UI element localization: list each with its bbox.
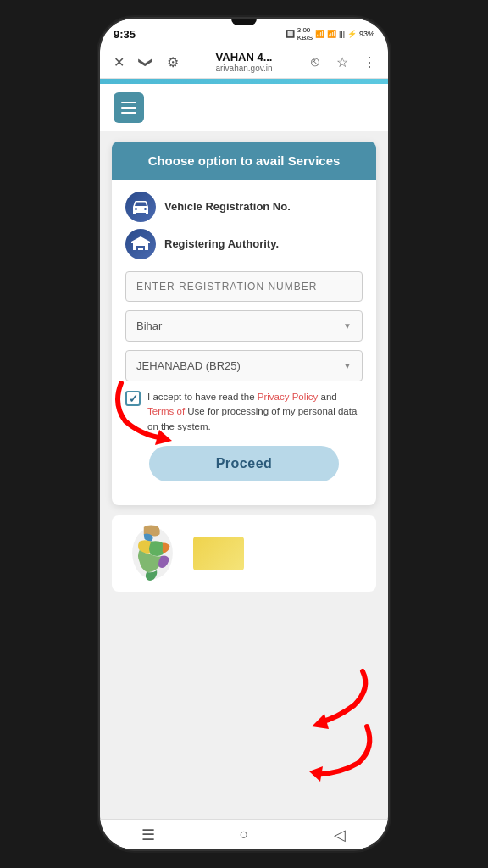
status-icons: 🔲 3.00KB/S 📶 📶 ||| ⚡ 93% xyxy=(286,26,374,42)
checkbox-check-icon: ✓ xyxy=(129,392,138,405)
vehicle-icon xyxy=(125,192,156,222)
menu-bar-1 xyxy=(121,102,136,103)
network-icon: 🔲 xyxy=(286,30,295,38)
tabs-button[interactable]: ⚙ xyxy=(163,54,183,70)
terms-checkbox-area: ✓ I accept to have read the Privacy Poli… xyxy=(125,390,363,434)
menu-bar-3 xyxy=(121,112,136,114)
terms-link[interactable]: Terms of xyxy=(147,406,185,416)
down-button[interactable]: ❯ xyxy=(138,52,154,72)
bottom-nav: ☰ ○ ◁ xyxy=(100,819,388,849)
phone-screen: 9:35 🔲 3.00KB/S 📶 📶 ||| ⚡ 93% ✕ ❯ ⚙ VAHA… xyxy=(100,19,388,849)
card-body: Vehicle Registration No. Registering Aut… xyxy=(112,180,376,505)
close-button[interactable]: ✕ xyxy=(108,54,129,70)
menu-bar-2 xyxy=(121,107,136,108)
bookmark-button[interactable]: ☆ xyxy=(332,54,352,70)
phone-frame: 9:35 🔲 3.00KB/S 📶 📶 ||| ⚡ 93% ✕ ❯ ⚙ VAHA… xyxy=(100,19,388,849)
wifi-icon: 📶 xyxy=(315,30,324,38)
district-dropdown-arrow: ▼ xyxy=(343,361,352,370)
hamburger-menu-button[interactable] xyxy=(114,92,144,123)
options-list: Vehicle Registration No. Registering Aut… xyxy=(125,192,363,259)
card-header-title: Choose option to avail Services xyxy=(125,153,363,168)
terms-text: I accept to have read the Privacy Policy… xyxy=(147,390,363,434)
map-section xyxy=(112,515,376,592)
card-header: Choose option to avail Services xyxy=(112,142,376,180)
authority-icon xyxy=(125,229,156,259)
browser-bar: ✕ ❯ ⚙ VAHAN 4... arivahan.gov.in ⎋ ☆ ⋮ xyxy=(100,46,388,79)
battery-icon: ⚡ xyxy=(347,30,357,38)
privacy-policy-link[interactable]: Privacy Policy xyxy=(258,392,319,402)
nav-home-button[interactable]: ○ xyxy=(227,820,261,849)
option-authority-label: Registering Authority. xyxy=(164,236,279,252)
india-map-svg xyxy=(119,521,186,585)
browser-url[interactable]: arivahan.gov.in xyxy=(215,64,272,73)
state-dropdown-arrow: ▼ xyxy=(343,321,352,331)
browser-title: VAHAN 4... xyxy=(216,51,273,64)
signal-icon2: ||| xyxy=(339,30,345,38)
share-button[interactable]: ⎋ xyxy=(305,54,325,70)
option-vehicle-registration[interactable]: Vehicle Registration No. xyxy=(125,192,363,222)
signal-icon: 📶 xyxy=(327,30,336,38)
terms-prefix: I accept to have read the xyxy=(147,392,258,402)
terms-checkbox[interactable]: ✓ xyxy=(125,391,141,406)
district-dropdown[interactable]: JEHANABAD (BR25) ▼ xyxy=(125,350,363,381)
more-button[interactable]: ⋮ xyxy=(359,54,380,70)
state-dropdown[interactable]: Bihar ▼ xyxy=(125,310,363,342)
proceed-button[interactable]: Proceed xyxy=(149,446,339,481)
state-value: Bihar xyxy=(136,320,162,332)
terms-middle: and xyxy=(318,392,336,402)
menu-header xyxy=(100,84,388,131)
browser-url-area: VAHAN 4... arivahan.gov.in xyxy=(190,51,298,73)
registration-number-input[interactable] xyxy=(125,271,363,302)
nav-back-button[interactable]: ◁ xyxy=(323,820,357,849)
phone-notch xyxy=(231,19,257,25)
battery-percent: 93% xyxy=(359,30,374,38)
nav-menu-button[interactable]: ☰ xyxy=(131,820,165,849)
map-decoration xyxy=(193,537,244,570)
status-time: 9:35 xyxy=(114,28,136,41)
option-vehicle-label: Vehicle Registration No. xyxy=(164,199,291,214)
page-content: Choose option to avail Services Vehicle … xyxy=(100,79,388,819)
map-right-section xyxy=(186,537,369,570)
data-speed: 3.00KB/S xyxy=(297,26,313,42)
main-card: Choose option to avail Services Vehicle … xyxy=(112,142,376,505)
option-registering-authority[interactable]: Registering Authority. xyxy=(125,229,363,259)
district-value: JEHANABAD (BR25) xyxy=(136,359,241,372)
